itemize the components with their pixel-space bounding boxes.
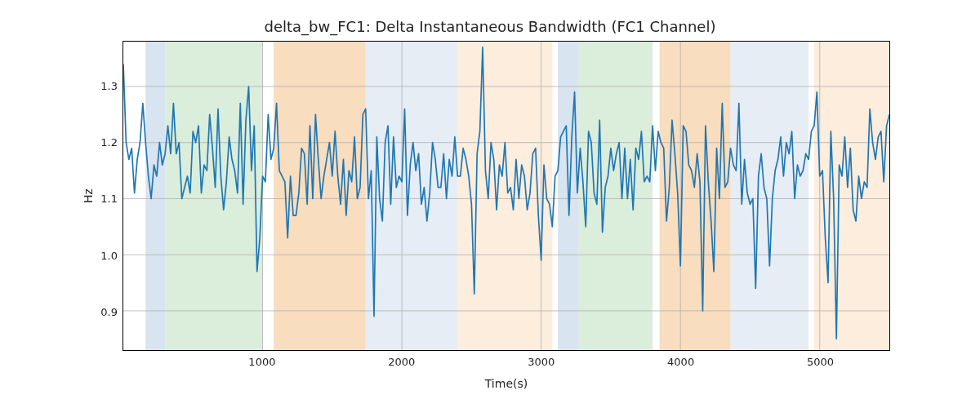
- x-tick-label: 3000: [528, 356, 555, 368]
- x-axis-label: Time(s): [122, 377, 890, 390]
- region-band: [145, 42, 165, 350]
- plot-area: [122, 41, 890, 351]
- x-tick-label: 1000: [248, 356, 275, 368]
- y-tick-label: 1.2: [85, 136, 118, 149]
- plot-svg: [123, 42, 889, 350]
- region-band: [814, 42, 889, 350]
- y-tick-label: 1.3: [85, 80, 118, 92]
- chart-title: delta_bw_FC1: Delta Instantaneous Bandwi…: [0, 18, 980, 35]
- region-band: [274, 42, 366, 350]
- y-tick-label: 1.1: [85, 193, 118, 205]
- y-tick-label: 1.0: [85, 249, 118, 261]
- x-tick-label: 2000: [388, 356, 415, 368]
- figure: delta_bw_FC1: Delta Instantaneous Bandwi…: [0, 0, 980, 408]
- region-band: [579, 42, 653, 350]
- x-tick-label: 5000: [807, 356, 834, 368]
- x-tick-label: 4000: [667, 356, 694, 368]
- y-tick-label: 0.9: [85, 305, 118, 317]
